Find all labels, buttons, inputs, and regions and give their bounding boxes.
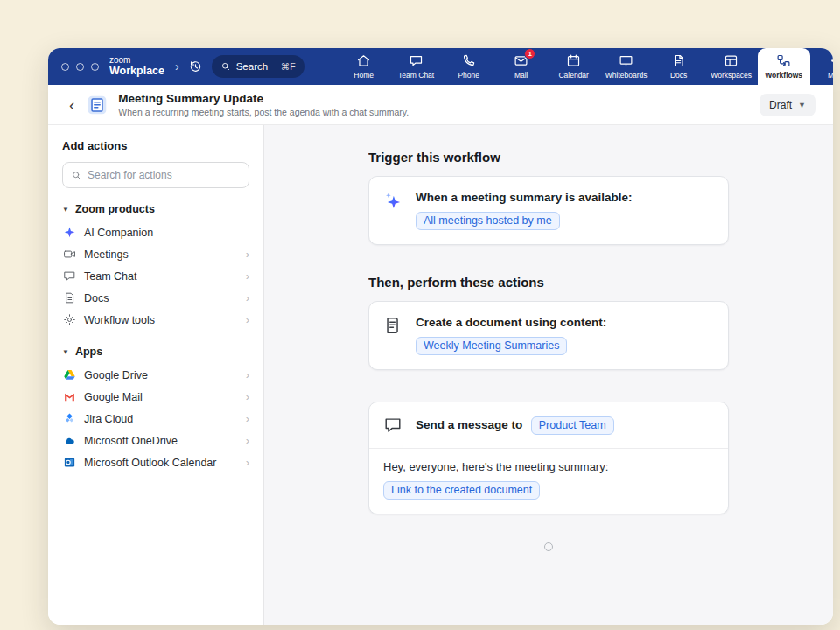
create-document-content: Create a document using content: Weekly …: [416, 316, 606, 355]
sidebar-item-jira-cloud[interactable]: Jira Cloud ›: [62, 408, 249, 430]
draft-status-label: Draft: [769, 99, 792, 111]
team-chat-icon: [62, 270, 76, 284]
send-message-text: Send a message to: [416, 418, 522, 431]
window-control-dot[interactable]: [76, 63, 84, 71]
chevron-right-icon: ›: [246, 412, 249, 425]
docs-icon: [62, 291, 76, 305]
search-icon: [71, 170, 82, 181]
workflow-icon: [86, 94, 108, 116]
nav-item-team-chat[interactable]: Team Chat: [390, 48, 443, 85]
section-zoom-products[interactable]: ▼ Zoom products: [62, 203, 249, 215]
trigger-text: When a meeting summary is available:: [416, 191, 633, 204]
sidebar-item-meetings[interactable]: Meetings ›: [62, 243, 249, 265]
sidebar-item-workflow-tools[interactable]: Workflow tools ›: [62, 309, 249, 331]
docs-icon: [671, 53, 686, 68]
search-icon: [220, 61, 231, 72]
nav-item-docs[interactable]: Docs: [653, 48, 705, 85]
nav-item-more[interactable]: More: [810, 48, 833, 85]
trigger-scope-pill[interactable]: All meetings hosted by me: [416, 212, 560, 230]
primary-nav-tabs: Home Team Chat Phone 1 Mail Calendar: [338, 48, 833, 85]
search-label: Search: [236, 61, 268, 72]
ai-companion-icon: [62, 226, 76, 240]
document-icon: [383, 316, 402, 335]
sidebar-item-ai-companion[interactable]: AI Companion: [62, 221, 249, 243]
triangle-down-icon: ▼: [62, 206, 69, 214]
top-navigation-bar: zoom Workplace › Search ⌘F Home Team Cha…: [48, 48, 833, 85]
document-content-pill[interactable]: Weekly Meeting Summaries: [416, 337, 567, 355]
mail-unread-badge: 1: [524, 48, 536, 60]
global-search-button[interactable]: Search ⌘F: [212, 55, 304, 78]
chevron-right-icon: ›: [246, 270, 249, 283]
history-button[interactable]: [188, 60, 203, 74]
sidebar-title: Add actions: [62, 139, 249, 152]
chevron-right-icon: ›: [246, 456, 249, 469]
sidebar-item-microsoft-outlook-calendar[interactable]: Microsoft Outlook Calendar ›: [62, 452, 249, 473]
onedrive-icon: [62, 434, 76, 448]
actions-search-box: [62, 162, 249, 188]
outlook-calendar-icon: [62, 456, 76, 470]
send-message-card[interactable]: Send a message to Product Team Hey, ever…: [368, 402, 729, 514]
zoom-workplace-window: zoom Workplace › Search ⌘F Home Team Cha…: [48, 48, 833, 625]
team-chat-icon: [409, 53, 424, 68]
window-control-dot[interactable]: [61, 63, 69, 71]
trigger-card-content: When a meeting summary is available: All…: [416, 191, 633, 230]
workflow-column: Trigger this workflow When a meeting sum…: [368, 150, 729, 625]
sidebar-item-microsoft-onedrive[interactable]: Microsoft OneDrive ›: [62, 430, 249, 452]
workflow-tools-gear-icon: [62, 313, 76, 327]
create-document-card[interactable]: Create a document using content: Weekly …: [368, 301, 729, 370]
create-document-text: Create a document using content:: [416, 316, 606, 329]
ai-sparkle-icon: [383, 191, 402, 210]
draft-status-dropdown[interactable]: Draft ▼: [760, 94, 816, 116]
sidebar-item-team-chat[interactable]: Team Chat ›: [62, 265, 249, 287]
chevron-right-icon: ›: [246, 434, 249, 447]
nav-item-calendar[interactable]: Calendar: [548, 48, 600, 85]
send-message-header: Send a message to Product Team: [369, 402, 728, 449]
nav-item-mail[interactable]: 1 Mail: [495, 48, 548, 85]
actions-search-input[interactable]: [88, 169, 241, 181]
workspaces-icon: [724, 53, 738, 68]
dashed-connector: [549, 370, 550, 402]
workflow-canvas: Trigger this workflow When a meeting sum…: [264, 125, 833, 625]
back-button[interactable]: ‹: [67, 96, 76, 113]
section-apps[interactable]: ▼ Apps: [62, 346, 249, 358]
trigger-card[interactable]: When a meeting summary is available: All…: [368, 176, 729, 245]
chevron-right-icon: ›: [246, 313, 249, 326]
nav-item-home[interactable]: Home: [338, 48, 390, 85]
chat-bubble-icon: [383, 416, 402, 435]
triangle-down-icon: ▼: [62, 348, 69, 356]
workflow-subtitle: When a recurring meeting starts, post th…: [118, 107, 409, 117]
google-mail-icon: [62, 390, 76, 404]
nav-item-workflows[interactable]: Workflows: [758, 48, 810, 85]
nav-item-phone[interactable]: Phone: [443, 48, 495, 85]
chevron-right-icon: ›: [246, 248, 249, 261]
window-control-dot[interactable]: [91, 63, 99, 71]
history-icon: [188, 60, 203, 74]
mail-icon: 1: [514, 53, 528, 68]
google-drive-icon: [62, 368, 76, 382]
workflows-icon: [776, 53, 791, 68]
topbar-left-cluster: zoom Workplace › Search ⌘F: [48, 48, 315, 85]
sidebar-item-google-mail[interactable]: Google Mail ›: [62, 386, 249, 408]
send-message-row: Send a message to Product Team: [416, 416, 614, 435]
search-shortcut: ⌘F: [281, 61, 296, 72]
workflow-end-node: [544, 542, 553, 551]
chevron-right-icon: ›: [246, 368, 249, 382]
calendar-icon: [566, 53, 581, 68]
sidebar-item-docs[interactable]: Docs ›: [62, 287, 249, 309]
chevron-down-icon: ▼: [798, 101, 806, 109]
chevron-right-icon: ›: [246, 291, 249, 304]
home-icon: [356, 53, 371, 68]
phone-icon: [461, 53, 476, 68]
meetings-icon: [62, 248, 76, 262]
brand-workplace: Workplace: [109, 66, 164, 77]
recipient-pill[interactable]: Product Team: [531, 416, 614, 435]
document-link-pill[interactable]: Link to the created document: [383, 481, 540, 500]
actions-sidebar: Add actions ▼ Zoom products AI Companion…: [48, 125, 264, 625]
chevron-right-icon: ›: [246, 390, 249, 403]
nav-item-workspaces[interactable]: Workspaces: [705, 48, 758, 85]
nav-item-whiteboards[interactable]: Whiteboards: [600, 48, 653, 85]
sidebar-item-google-drive[interactable]: Google Drive ›: [62, 364, 249, 386]
dashed-connector: [549, 514, 550, 539]
workflow-title: Meeting Summary Update: [118, 92, 409, 105]
collapse-chevron-icon[interactable]: ›: [175, 60, 179, 74]
